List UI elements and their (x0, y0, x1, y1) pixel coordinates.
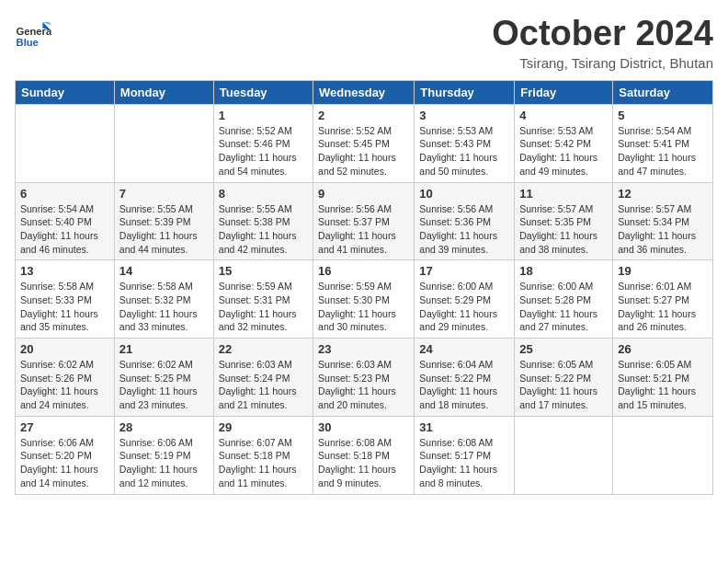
day-info: Sunrise: 6:08 AM Sunset: 5:18 PM Dayligh… (318, 436, 409, 490)
calendar-cell: 15Sunrise: 5:59 AM Sunset: 5:31 PM Dayli… (213, 260, 313, 339)
location-subtitle: Tsirang, Tsirang District, Bhutan (492, 55, 713, 71)
calendar-cell: 25Sunrise: 6:05 AM Sunset: 5:22 PM Dayli… (515, 339, 613, 417)
day-header-tuesday: Tuesday (213, 80, 313, 104)
calendar-cell: 21Sunrise: 6:02 AM Sunset: 5:25 PM Dayli… (114, 339, 213, 417)
day-number: 27 (20, 420, 109, 434)
calendar-cell: 12Sunrise: 5:57 AM Sunset: 5:34 PM Dayli… (613, 182, 713, 260)
calendar-cell: 13Sunrise: 5:58 AM Sunset: 5:33 PM Dayli… (16, 260, 115, 339)
calendar-cell: 27Sunrise: 6:06 AM Sunset: 5:20 PM Dayli… (16, 416, 115, 494)
day-info: Sunrise: 5:59 AM Sunset: 5:31 PM Dayligh… (219, 280, 308, 334)
calendar-cell: 5Sunrise: 5:54 AM Sunset: 5:41 PM Daylig… (613, 104, 713, 182)
day-info: Sunrise: 5:54 AM Sunset: 5:40 PM Dayligh… (20, 202, 109, 257)
calendar-cell: 10Sunrise: 5:56 AM Sunset: 5:36 PM Dayli… (415, 182, 515, 260)
calendar-cell: 28Sunrise: 6:06 AM Sunset: 5:19 PM Dayli… (114, 416, 213, 494)
calendar-cell: 29Sunrise: 6:07 AM Sunset: 5:18 PM Dayli… (213, 416, 313, 494)
calendar-cell: 31Sunrise: 6:08 AM Sunset: 5:17 PM Dayli… (415, 416, 515, 494)
day-info: Sunrise: 5:52 AM Sunset: 5:45 PM Dayligh… (318, 124, 409, 178)
day-info: Sunrise: 6:05 AM Sunset: 5:21 PM Dayligh… (618, 358, 708, 412)
calendar-week-row: 1Sunrise: 5:52 AM Sunset: 5:46 PM Daylig… (16, 104, 713, 182)
day-info: Sunrise: 5:59 AM Sunset: 5:30 PM Dayligh… (318, 280, 409, 334)
day-info: Sunrise: 6:06 AM Sunset: 5:19 PM Dayligh… (119, 436, 209, 490)
day-info: Sunrise: 6:06 AM Sunset: 5:20 PM Dayligh… (20, 436, 109, 490)
title-block: October 2024 Tsirang, Tsirang District, … (492, 15, 713, 71)
svg-text:Blue: Blue (17, 37, 39, 48)
day-info: Sunrise: 6:01 AM Sunset: 5:27 PM Dayligh… (618, 280, 708, 334)
day-header-monday: Monday (114, 80, 213, 104)
day-info: Sunrise: 6:03 AM Sunset: 5:23 PM Dayligh… (318, 358, 409, 412)
day-number: 20 (20, 342, 109, 356)
day-number: 15 (219, 264, 308, 278)
calendar-table: SundayMondayTuesdayWednesdayThursdayFrid… (15, 80, 713, 495)
logo: General Blue (15, 15, 55, 52)
day-number: 11 (519, 187, 608, 201)
day-header-wednesday: Wednesday (313, 80, 415, 104)
day-info: Sunrise: 5:53 AM Sunset: 5:43 PM Dayligh… (419, 124, 509, 178)
day-number: 6 (20, 187, 109, 201)
calendar-cell: 11Sunrise: 5:57 AM Sunset: 5:35 PM Dayli… (515, 182, 613, 260)
day-info: Sunrise: 6:00 AM Sunset: 5:29 PM Dayligh… (419, 280, 509, 334)
calendar-week-row: 20Sunrise: 6:02 AM Sunset: 5:26 PM Dayli… (16, 339, 713, 417)
day-info: Sunrise: 6:02 AM Sunset: 5:25 PM Dayligh… (119, 358, 209, 412)
day-info: Sunrise: 5:55 AM Sunset: 5:38 PM Dayligh… (219, 202, 308, 257)
day-header-thursday: Thursday (415, 80, 515, 104)
day-number: 8 (219, 187, 308, 201)
calendar-cell: 16Sunrise: 5:59 AM Sunset: 5:30 PM Dayli… (313, 260, 415, 339)
page-header: General Blue October 2024 Tsirang, Tsira… (15, 15, 713, 71)
day-info: Sunrise: 5:58 AM Sunset: 5:33 PM Dayligh… (20, 280, 109, 334)
calendar-cell (16, 104, 115, 182)
day-info: Sunrise: 5:52 AM Sunset: 5:46 PM Dayligh… (219, 124, 308, 178)
calendar-cell: 8Sunrise: 5:55 AM Sunset: 5:38 PM Daylig… (213, 182, 313, 260)
day-info: Sunrise: 5:58 AM Sunset: 5:32 PM Dayligh… (119, 280, 209, 334)
day-number: 25 (519, 342, 608, 356)
calendar-cell: 20Sunrise: 6:02 AM Sunset: 5:26 PM Dayli… (16, 339, 115, 417)
day-number: 9 (318, 187, 409, 201)
day-info: Sunrise: 5:56 AM Sunset: 5:37 PM Dayligh… (318, 202, 409, 257)
calendar-cell: 26Sunrise: 6:05 AM Sunset: 5:21 PM Dayli… (613, 339, 713, 417)
calendar-cell: 30Sunrise: 6:08 AM Sunset: 5:18 PM Dayli… (313, 416, 415, 494)
calendar-cell: 17Sunrise: 6:00 AM Sunset: 5:29 PM Dayli… (415, 260, 515, 339)
day-number: 10 (419, 187, 509, 201)
calendar-cell: 6Sunrise: 5:54 AM Sunset: 5:40 PM Daylig… (16, 182, 115, 260)
day-number: 3 (419, 109, 509, 122)
day-number: 26 (618, 342, 708, 356)
calendar-cell: 22Sunrise: 6:03 AM Sunset: 5:24 PM Dayli… (213, 339, 313, 417)
calendar-week-row: 27Sunrise: 6:06 AM Sunset: 5:20 PM Dayli… (16, 416, 713, 494)
day-info: Sunrise: 5:53 AM Sunset: 5:42 PM Dayligh… (519, 124, 608, 178)
day-number: 30 (318, 420, 409, 434)
calendar-cell: 19Sunrise: 6:01 AM Sunset: 5:27 PM Dayli… (613, 260, 713, 339)
day-number: 17 (419, 264, 509, 278)
calendar-cell: 2Sunrise: 5:52 AM Sunset: 5:45 PM Daylig… (313, 104, 415, 182)
day-number: 7 (119, 187, 209, 201)
day-number: 2 (318, 109, 409, 122)
calendar-cell: 1Sunrise: 5:52 AM Sunset: 5:46 PM Daylig… (213, 104, 313, 182)
calendar-cell: 3Sunrise: 5:53 AM Sunset: 5:43 PM Daylig… (415, 104, 515, 182)
day-number: 14 (119, 264, 209, 278)
calendar-cell: 23Sunrise: 6:03 AM Sunset: 5:23 PM Dayli… (313, 339, 415, 417)
calendar-cell: 7Sunrise: 5:55 AM Sunset: 5:39 PM Daylig… (114, 182, 213, 260)
day-header-sunday: Sunday (16, 80, 115, 104)
day-number: 21 (119, 342, 209, 356)
day-info: Sunrise: 5:54 AM Sunset: 5:41 PM Dayligh… (618, 124, 708, 178)
day-info: Sunrise: 5:56 AM Sunset: 5:36 PM Dayligh… (419, 202, 509, 257)
day-number: 4 (519, 109, 608, 122)
day-number: 22 (219, 342, 308, 356)
day-number: 12 (618, 187, 708, 201)
calendar-cell: 14Sunrise: 5:58 AM Sunset: 5:32 PM Dayli… (114, 260, 213, 339)
day-info: Sunrise: 5:55 AM Sunset: 5:39 PM Dayligh… (119, 202, 209, 257)
day-info: Sunrise: 6:08 AM Sunset: 5:17 PM Dayligh… (419, 436, 509, 490)
calendar-cell: 4Sunrise: 5:53 AM Sunset: 5:42 PM Daylig… (515, 104, 613, 182)
calendar-cell (515, 416, 613, 494)
day-number: 18 (519, 264, 608, 278)
logo-icon: General Blue (15, 15, 51, 52)
calendar-cell: 18Sunrise: 6:00 AM Sunset: 5:28 PM Dayli… (515, 260, 613, 339)
day-number: 28 (119, 420, 209, 434)
day-info: Sunrise: 6:03 AM Sunset: 5:24 PM Dayligh… (219, 358, 308, 412)
day-header-saturday: Saturday (613, 80, 713, 104)
calendar-week-row: 13Sunrise: 5:58 AM Sunset: 5:33 PM Dayli… (16, 260, 713, 339)
calendar-cell (613, 416, 713, 494)
day-info: Sunrise: 6:07 AM Sunset: 5:18 PM Dayligh… (219, 436, 308, 490)
calendar-cell (114, 104, 213, 182)
month-title: October 2024 (492, 15, 713, 53)
day-number: 23 (318, 342, 409, 356)
day-number: 29 (219, 420, 308, 434)
